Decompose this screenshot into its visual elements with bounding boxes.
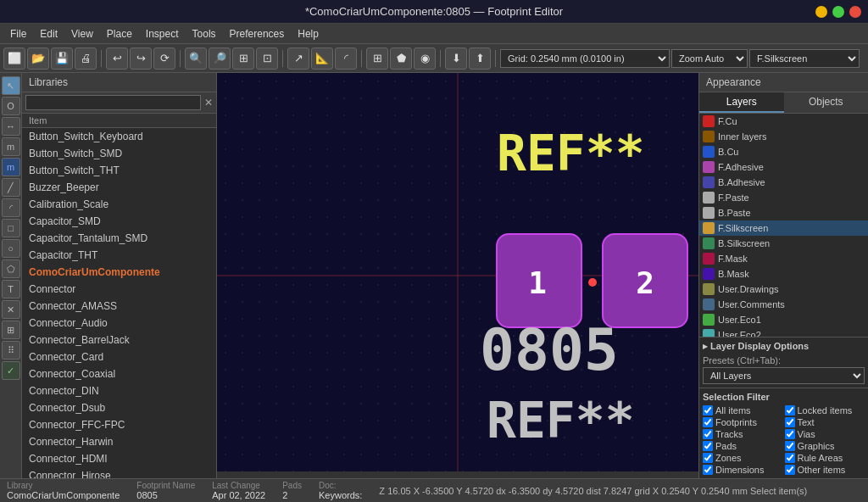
selection-filter-item[interactable]: Locked items [785,405,865,416]
layer-display-header[interactable]: ▸ Layer Display Options [703,341,865,352]
library-item[interactable]: Connector_Dsub [22,399,216,416]
sel-filter-checkbox[interactable] [785,453,795,463]
minimize-button[interactable] [815,6,827,18]
save-button[interactable]: 💾 [51,47,73,70]
grid-select[interactable]: Grid: 0.2540 mm (0.0100 in) [500,49,670,68]
library-item[interactable]: Capacitor_SMD [22,213,216,230]
layer-select[interactable]: F.Silkscreen [749,49,860,68]
polygon-tool[interactable]: ⬠ [2,259,20,278]
layer-item[interactable]: Inner layers [699,129,868,144]
selection-filter-item[interactable]: All items [703,405,783,416]
selection-filter-item[interactable]: Tracks [703,429,783,439]
mm-tool[interactable]: m [2,158,20,176]
sel-filter-checkbox[interactable] [703,429,713,439]
sel-filter-checkbox[interactable] [785,441,795,451]
selection-filter-item[interactable]: Rule Areas [785,453,865,463]
track-tool[interactable]: ⬟ [390,47,412,70]
layer-item[interactable]: User.Eco1 [699,312,868,327]
selection-filter-item[interactable]: Dimensions [703,465,783,475]
menu-preferences[interactable]: Preferences [223,26,292,42]
sel-filter-checkbox[interactable] [703,405,713,416]
menu-view[interactable]: View [64,26,100,42]
tab-layers[interactable]: Layers [699,92,784,113]
sel-filter-checkbox[interactable] [703,453,713,463]
drc-tool[interactable]: ✓ [2,361,20,380]
pad-tool[interactable]: ⊞ [366,47,388,70]
layer-item[interactable]: F.Silkscreen [699,220,868,236]
menu-file[interactable]: File [3,26,33,42]
search-clear-icon[interactable]: ✕ [204,97,213,109]
measure-left-tool[interactable]: ↔ [2,117,20,136]
arc-tool[interactable]: ◜ [335,47,357,70]
layer-item[interactable]: F.Adhesive [699,159,868,175]
select-tool[interactable]: ↖ [2,76,20,95]
layer-item[interactable]: B.Adhesive [699,175,868,190]
selection-filter-item[interactable]: Footprints [703,417,783,427]
selection-filter-item[interactable]: Vias [785,429,865,439]
canvas-hscroll[interactable] [217,471,698,478]
library-item[interactable]: Connector_Hirose [22,467,216,478]
layer-item[interactable]: User.Comments [699,297,868,312]
library-item[interactable]: Connector_Card [22,349,216,365]
layer-item[interactable]: User.Eco2 [699,327,868,337]
sel-filter-checkbox[interactable] [785,465,795,475]
menu-edit[interactable]: Edit [33,26,64,42]
sel-filter-checkbox[interactable] [703,441,713,451]
library-item[interactable]: Button_Switch_Keyboard [22,128,216,145]
open-button[interactable]: 📂 [27,47,49,70]
selection-filter-item[interactable]: Pads [703,441,783,451]
via-tool[interactable]: ◉ [414,47,436,70]
maximize-button[interactable] [832,6,844,18]
tab-objects[interactable]: Objects [784,92,869,113]
redo-button[interactable]: ↪ [130,47,152,70]
sel-filter-checkbox[interactable] [785,417,795,427]
text-tool[interactable]: T [2,280,20,298]
zoom-out-button[interactable]: 🔎 [209,47,231,70]
canvas-area[interactable]: REF** 1 2 0805 REF** [217,73,698,478]
library-item[interactable]: Capacitor_THT [22,247,216,264]
selection-filter-item[interactable]: Graphics [785,441,865,451]
library-item[interactable]: Buzzer_Beeper [22,179,216,196]
selection-filter-item[interactable]: Zones [703,453,783,463]
library-item[interactable]: Connector_HDMI [22,450,216,467]
pad-left-tool[interactable]: ⊞ [2,321,20,339]
layer-item[interactable]: F.Mask [699,251,868,266]
library-item[interactable]: Button_Switch_SMD [22,145,216,162]
export-tool[interactable]: ⬆ [469,47,491,70]
selection-filter-item[interactable]: Text [785,417,865,427]
library-item[interactable]: Connector [22,281,216,298]
layer-item[interactable]: B.Mask [699,266,868,282]
menu-inspect[interactable]: Inspect [139,26,186,42]
line-tool[interactable]: ╱ [2,178,20,197]
arrow-tool[interactable]: ↗ [287,47,309,70]
rect-tool[interactable]: □ [2,219,20,237]
route-tool[interactable]: O [2,97,20,115]
sel-filter-checkbox[interactable] [703,417,713,427]
delete-tool[interactable]: ✕ [2,300,20,319]
layer-item[interactable]: F.Cu [699,114,868,129]
library-item[interactable]: Connector_Audio [22,315,216,332]
zoom-select[interactable]: Zoom Auto [671,49,748,68]
library-item[interactable]: Connector_AMASS [22,298,216,315]
layer-item[interactable]: B.Cu [699,144,868,159]
sel-filter-checkbox[interactable] [785,405,795,416]
library-item[interactable]: Connector_FFC-FPC [22,416,216,433]
refresh-button[interactable]: ⟳ [153,47,175,70]
measure-tool[interactable]: 📐 [311,47,333,70]
sel-filter-checkbox[interactable] [703,465,713,475]
sel-filter-checkbox[interactable] [785,429,795,439]
library-item[interactable]: ComoCriarUmComponente [22,264,216,281]
layer-item[interactable]: B.Paste [699,205,868,220]
mil-tool[interactable]: m [2,137,20,156]
new-button[interactable]: ⬜ [3,47,25,70]
layer-item[interactable]: User.Drawings [699,282,868,297]
selection-filter-item[interactable]: Other items [785,465,865,475]
library-item[interactable]: Calibration_Scale [22,196,216,213]
close-button[interactable] [849,6,861,18]
zoom-area-button[interactable]: ⊡ [256,47,278,70]
layer-item[interactable]: F.Paste [699,190,868,205]
grid-left-tool[interactable]: ⠿ [2,341,20,360]
library-item[interactable]: Connector_BarrelJack [22,332,216,349]
library-item[interactable]: Capacitor_Tantalum_SMD [22,230,216,247]
library-item[interactable]: Connector_DIN [22,382,216,399]
